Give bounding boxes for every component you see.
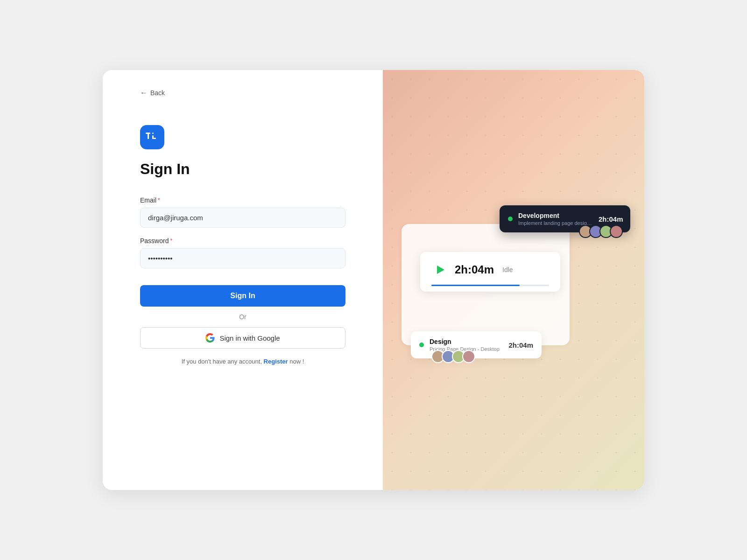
play-triangle-icon (437, 266, 444, 274)
back-label: Back (150, 89, 165, 97)
register-link[interactable]: Register (264, 358, 288, 365)
timer-card: 2h:04m Idle (420, 252, 560, 292)
password-input[interactable] (140, 248, 345, 268)
design-avatar-4 (462, 350, 475, 363)
svg-rect-3 (152, 135, 154, 139)
timer-progress-fill (431, 285, 520, 286)
google-btn-label: Sign in with Google (219, 334, 280, 342)
main-card: ← Back Sign In Email * Password (103, 70, 644, 490)
password-label: Password * (140, 237, 345, 245)
email-input[interactable] (140, 208, 345, 228)
design-card-time: 2h:04m (508, 341, 533, 349)
password-group: Password * (140, 237, 345, 268)
app-logo (140, 125, 164, 149)
sign-in-button[interactable]: Sign In (140, 285, 345, 307)
timer-row: 2h:04m Idle (431, 261, 549, 278)
dev-card-title: Development (518, 212, 593, 219)
dev-card: Development Implement landing page desig… (500, 205, 630, 232)
logo-svg (145, 130, 160, 145)
design-card-title: Design (430, 338, 503, 345)
design-status-dot (419, 343, 424, 347)
play-button[interactable] (431, 261, 448, 278)
dev-status-dot (508, 217, 513, 221)
right-panel: Development Implement landing page desig… (383, 70, 644, 490)
timer-status: Idle (502, 266, 513, 273)
svg-rect-4 (154, 138, 156, 139)
svg-rect-2 (152, 133, 154, 134)
email-group: Email * (140, 196, 345, 228)
dev-card-time: 2h:04m (599, 215, 623, 223)
svg-rect-1 (148, 133, 149, 139)
password-required: * (170, 238, 172, 244)
dev-card-avatars (582, 225, 623, 238)
sign-in-title: Sign In (140, 161, 345, 178)
register-text: If you don't have any account, Register … (140, 358, 345, 365)
design-card-avatars (434, 350, 475, 363)
or-divider: Or (140, 313, 345, 321)
dev-card-info: Development Implement landing page desig… (518, 212, 593, 226)
avatar-4 (610, 225, 623, 238)
timer-time: 2h:04m (455, 263, 494, 276)
email-label: Email * (140, 196, 345, 204)
email-required: * (158, 197, 160, 203)
left-panel: ← Back Sign In Email * Password (103, 70, 383, 490)
back-link[interactable]: ← Back (140, 89, 345, 97)
timer-progress-bar (431, 285, 549, 286)
design-card: Design Pricing Page Design - Desktop 2h:… (411, 331, 542, 358)
google-icon (205, 333, 215, 343)
sign-in-google-button[interactable]: Sign in with Google (140, 327, 345, 349)
back-arrow-icon: ← (140, 89, 148, 97)
